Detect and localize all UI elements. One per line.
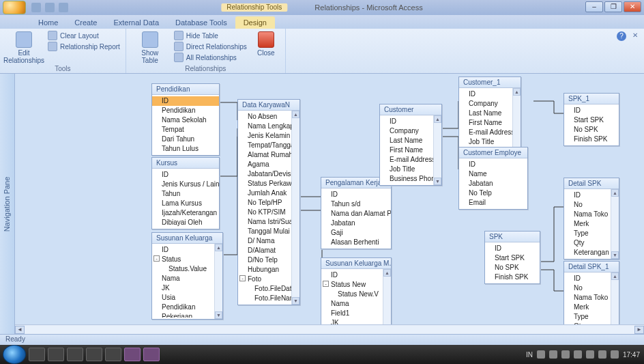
field[interactable]: No SPK [564,125,619,135]
scroll-up-icon[interactable]: ▲ [215,244,222,251]
field[interactable]: Jenis Kelamin [238,131,299,141]
field[interactable]: JK [152,283,222,293]
field[interactable]: Pendidikan [152,106,219,115]
field[interactable]: E-mail Address [459,128,521,137]
field[interactable]: Company [380,126,441,136]
clear-layout-button[interactable]: Clear Layout [48,30,120,41]
tab-design[interactable]: Design [235,16,275,29]
scroll-down-icon[interactable]: ▼ [611,251,619,259]
field[interactable]: D/No Telp [238,255,299,265]
field[interactable]: Nama Lengkap [238,122,299,131]
field[interactable]: No SPK [485,263,540,272]
field[interactable]: Job Title [380,165,441,174]
field[interactable]: First Name [459,118,521,128]
start-button[interactable] [3,345,26,364]
field[interactable]: Start SPK [485,253,540,263]
field[interactable]: Status New.V [321,290,391,299]
field[interactable]: Status New [321,280,391,290]
expand-icon[interactable]: - [153,255,160,262]
field[interactable]: ID [321,270,391,280]
field[interactable]: Tempat/Tangga [238,141,299,150]
field[interactable]: ID [152,96,219,106]
tray-icon[interactable] [611,350,619,359]
field[interactable]: Name [459,169,527,179]
table-spk[interactable]: SPK ID Start SPK No SPK Finish SPK [484,231,540,284]
field[interactable]: Tahun s/d [321,199,391,209]
field[interactable]: Tahun Lulus [152,144,219,154]
qat-redo-icon[interactable] [59,3,68,12]
field[interactable]: Business Phone [380,174,441,184]
scroll-up-icon[interactable]: ▲ [292,111,299,118]
taskbar-app-icon[interactable] [67,348,83,361]
tray-icon[interactable] [586,350,594,359]
field[interactable]: Foto.FileNan [238,294,299,303]
close-relationships-button[interactable]: Close [252,30,280,57]
field[interactable]: E-mail Address [380,155,441,165]
taskbar-app-icon[interactable] [124,348,141,361]
table-kursus[interactable]: Kursus ID Jenis Kursus / Lain- Tahun Lam… [151,157,220,229]
horizontal-scrollbar[interactable]: ◄ ► [15,324,644,334]
field[interactable]: Gaji [321,228,391,238]
field[interactable]: No KTP/SIM [238,208,299,217]
direct-relationships-button[interactable]: Direct Relationships [174,41,247,52]
field[interactable]: Last Name [459,109,521,118]
field[interactable]: ID [485,244,540,253]
qat-save-icon[interactable] [31,3,41,12]
table-susunan-keluarga[interactable]: Susunan Keluarga ID -Status Status.Value… [151,232,223,320]
field[interactable]: Tahun [152,189,219,199]
field[interactable]: ID [459,89,521,99]
tray-icon[interactable] [598,350,606,359]
edit-relationships-button[interactable]: Edit Relationships [5,30,42,64]
relationship-report-button[interactable]: Relationship Report [48,41,120,52]
scroll-up-icon[interactable]: ▲ [611,189,619,197]
field[interactable]: Jumlah Anak [238,188,299,198]
tab-external-data[interactable]: External Data [105,16,167,29]
qat-undo-icon[interactable] [45,3,55,12]
doc-close-icon[interactable]: ✕ [630,31,640,41]
maximize-button[interactable]: ❐ [604,1,622,12]
field[interactable]: D/Alamat [238,246,299,255]
field[interactable]: ID [380,117,441,126]
scroll-down-icon[interactable]: ▼ [215,311,222,319]
scrollbar[interactable]: ▲▼ [214,244,222,319]
field[interactable]: D/ Nama [238,236,299,246]
expand-icon[interactable]: - [323,281,329,287]
table-susunan-keluarga-m[interactable]: Susunan Keluarga M... ID -Status New Sta… [321,257,392,334]
table-detail-spk-1[interactable]: Detail SPK_1 ID No Nama Toko Merk Type Q… [564,261,619,334]
field[interactable]: Lama Kursus [152,199,219,208]
field[interactable]: ID [152,245,222,255]
field[interactable]: Alamat Rumah [238,150,299,160]
tab-database-tools[interactable]: Database Tools [167,16,235,29]
field[interactable]: No Absen [238,112,299,122]
scroll-down-icon[interactable]: ▼ [292,297,299,305]
tab-create[interactable]: Create [66,16,105,29]
scroll-right-icon[interactable]: ► [634,326,644,334]
field[interactable]: Job Title [459,137,521,147]
field[interactable]: No Telp [459,188,527,198]
scroll-up-icon[interactable]: ▲ [434,115,441,123]
field[interactable]: Nama [152,274,222,283]
field[interactable]: ID [564,106,619,115]
table-pendidikan[interactable]: Pendidikan ID Pendidikan Nama Sekolah Te… [151,83,220,156]
field[interactable]: Start SPK [564,115,619,125]
field[interactable]: ID [152,170,219,180]
language-indicator[interactable]: IN [526,351,533,359]
field[interactable]: Foto [238,275,299,284]
scroll-up-icon[interactable]: ▲ [383,269,391,277]
field[interactable]: ID [459,160,527,169]
help-icon[interactable]: ? [617,31,626,41]
clock[interactable]: 17:47 [623,351,640,359]
field[interactable]: Pendidikan [152,303,222,312]
hide-table-button[interactable]: Hide Table [174,30,247,41]
tray-icon[interactable] [537,350,545,359]
field[interactable]: Agama [238,160,299,169]
all-relationships-button[interactable]: All Relationships [174,52,247,63]
table-data-karyawan[interactable]: Data KaryawaN No Absen Nama Lengkap Jeni… [237,99,300,305]
office-button[interactable] [3,1,26,14]
scroll-left-icon[interactable]: ◄ [15,326,25,334]
field[interactable]: Foto.FileDat [238,284,299,294]
table-detail-spk[interactable]: Detail SPK ID No Nama Toko Merk Type Qty… [564,178,619,260]
field[interactable]: Finish SPK [564,135,619,144]
taskbar-app-icon[interactable] [86,348,102,361]
tray-icon[interactable] [574,350,582,359]
